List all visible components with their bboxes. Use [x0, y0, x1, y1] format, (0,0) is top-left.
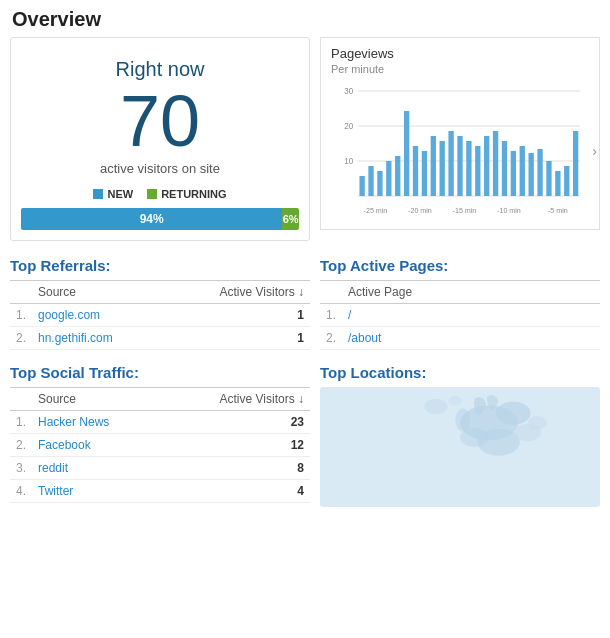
social-col-num	[10, 388, 32, 411]
top-active-pages-table: Active Page 1. / 2. /about	[320, 280, 600, 350]
svg-rect-14	[422, 151, 427, 196]
row-visitors: 12	[161, 434, 310, 457]
svg-text:-10 min: -10 min	[497, 206, 521, 216]
svg-rect-8	[368, 166, 373, 196]
svg-rect-24	[511, 151, 516, 196]
progress-bar-returning: 6%	[282, 208, 299, 230]
svg-point-44	[455, 408, 470, 431]
referrals-col-num	[10, 281, 32, 304]
svg-rect-20	[475, 146, 480, 196]
svg-point-46	[448, 396, 462, 406]
table-row: 3. reddit 8	[10, 457, 310, 480]
svg-rect-28	[546, 161, 551, 196]
row-page[interactable]: /about	[342, 327, 600, 350]
row-num: 2.	[320, 327, 342, 350]
svg-rect-10	[386, 161, 391, 196]
table-row: 1. /	[320, 304, 600, 327]
row-num: 1.	[320, 304, 342, 327]
right-now-sublabel: active visitors on site	[21, 161, 299, 176]
legend-returning-label: RETURNING	[161, 188, 226, 200]
top-social-table: Source Active Visitors ↓ 1. Hacker News …	[10, 387, 310, 503]
legend-dot-returning	[147, 189, 157, 199]
map-svg	[320, 387, 600, 507]
chart-area: 30 20 10	[331, 81, 589, 221]
table-row: 2. Facebook 12	[10, 434, 310, 457]
top-referrals-table: Source Active Visitors ↓ 1. google.com 1…	[10, 280, 310, 350]
left-panel: Right now 70 active visitors on site NEW…	[10, 37, 310, 253]
svg-point-39	[496, 402, 531, 425]
pages-col-page: Active Page	[342, 281, 600, 304]
bottom-left: Top Referrals: Source Active Visitors ↓ …	[10, 253, 310, 517]
pageviews-subtitle: Per minute	[331, 63, 589, 75]
svg-rect-31	[573, 131, 578, 196]
table-row: 1. Hacker News 23	[10, 411, 310, 434]
row-num: 3.	[10, 457, 32, 480]
table-row: 4. Twitter 4	[10, 480, 310, 503]
bottom-right: Top Active Pages: Active Page 1. / 2. /a…	[320, 253, 600, 517]
svg-text:-15 min: -15 min	[453, 206, 477, 216]
right-panel: Pageviews Per minute 30 20 10	[310, 37, 600, 253]
svg-rect-17	[448, 131, 453, 196]
social-col-visitors: Active Visitors ↓	[161, 388, 310, 411]
referrals-col-source: Source	[32, 281, 164, 304]
chart-svg: 30 20 10	[331, 81, 589, 221]
svg-rect-29	[555, 171, 560, 196]
svg-rect-16	[440, 141, 445, 196]
row-source[interactable]: reddit	[32, 457, 161, 480]
table-row: 1. google.com 1	[10, 304, 310, 327]
legend: NEW RETURNING	[21, 188, 299, 200]
chart-next-arrow[interactable]: ›	[592, 143, 597, 159]
svg-rect-18	[457, 136, 462, 196]
svg-point-43	[528, 416, 547, 430]
svg-rect-12	[404, 111, 409, 196]
progress-bar: 94% 6%	[21, 208, 299, 230]
legend-new-label: NEW	[107, 188, 133, 200]
svg-text:-20 min: -20 min	[408, 206, 432, 216]
svg-text:20: 20	[344, 121, 353, 132]
svg-rect-25	[520, 146, 525, 196]
legend-returning: RETURNING	[147, 188, 226, 200]
progress-bar-new: 94%	[21, 208, 282, 230]
svg-rect-27	[537, 149, 542, 196]
pageviews-title: Pageviews	[331, 46, 589, 61]
row-num: 1.	[10, 411, 32, 434]
referrals-col-visitors: Active Visitors ↓	[164, 281, 310, 304]
svg-rect-9	[377, 171, 382, 196]
pageviews-box: Pageviews Per minute 30 20 10	[320, 37, 600, 230]
right-now-box: Right now 70 active visitors on site NEW…	[10, 37, 310, 241]
svg-rect-21	[484, 136, 489, 196]
row-page[interactable]: /	[342, 304, 600, 327]
social-col-source: Source	[32, 388, 161, 411]
legend-new: NEW	[93, 188, 133, 200]
row-source[interactable]: hn.gethifi.com	[32, 327, 164, 350]
page-title: Overview	[0, 0, 610, 37]
svg-rect-7	[359, 176, 364, 196]
svg-text:10: 10	[344, 156, 353, 167]
top-locations-title: Top Locations:	[320, 364, 600, 381]
top-active-pages-title: Top Active Pages:	[320, 257, 600, 274]
svg-rect-30	[564, 166, 569, 196]
row-source[interactable]: Hacker News	[32, 411, 161, 434]
pages-col-num	[320, 281, 342, 304]
svg-rect-11	[395, 156, 400, 196]
legend-dot-new	[93, 189, 103, 199]
map-box	[320, 387, 600, 507]
row-num: 2.	[10, 327, 32, 350]
svg-rect-15	[431, 136, 436, 196]
progress-new-label: 94%	[140, 212, 164, 226]
row-visitors: 8	[161, 457, 310, 480]
row-visitors: 1	[164, 304, 310, 327]
svg-rect-23	[502, 141, 507, 196]
right-now-label: Right now	[21, 58, 299, 81]
svg-text:-5 min: -5 min	[548, 206, 568, 216]
row-source[interactable]: google.com	[32, 304, 164, 327]
row-source[interactable]: Facebook	[32, 434, 161, 457]
svg-rect-37	[320, 389, 600, 505]
right-now-number: 70	[21, 85, 299, 157]
row-source[interactable]: Twitter	[32, 480, 161, 503]
svg-text:-25 min: -25 min	[364, 206, 388, 216]
svg-rect-22	[493, 131, 498, 196]
row-num: 2.	[10, 434, 32, 457]
row-num: 1.	[10, 304, 32, 327]
table-row: 2. /about	[320, 327, 600, 350]
